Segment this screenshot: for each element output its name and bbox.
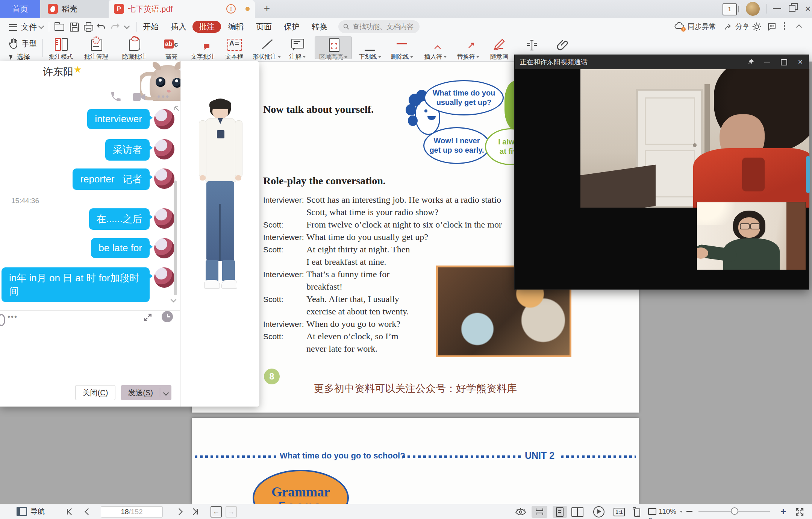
chat-message[interactable]: 采访者 bbox=[2, 139, 174, 161]
tab-home[interactable]: 首页 bbox=[0, 0, 40, 18]
scroll-top-arrow-icon[interactable] bbox=[174, 106, 180, 112]
redo-icon[interactable] bbox=[110, 22, 121, 33]
avatar[interactable] bbox=[154, 267, 174, 288]
comments-button[interactable] bbox=[767, 18, 777, 36]
open-file-icon[interactable] bbox=[54, 21, 64, 32]
previous-page-button[interactable] bbox=[86, 509, 91, 516]
hand-tool[interactable]: 手型 bbox=[8, 38, 37, 49]
ribbon-tool-text-box[interactable]: A 文本框 bbox=[221, 37, 247, 61]
clipped-input-tool-icon[interactable] bbox=[0, 314, 5, 326]
video-maximize-button[interactable] bbox=[776, 59, 792, 65]
fit-width-button[interactable]: ↔ bbox=[644, 506, 659, 518]
video-call-button[interactable] bbox=[132, 91, 146, 104]
chat-message[interactable]: be late for bbox=[2, 238, 174, 258]
undo-icon[interactable] bbox=[96, 22, 107, 33]
navigation-panel-toggle[interactable]: 导航 bbox=[17, 507, 45, 516]
fit-page-button[interactable] bbox=[629, 506, 644, 518]
anime-avatar-figure[interactable] bbox=[196, 99, 245, 293]
account-avatar[interactable] bbox=[746, 2, 760, 16]
ribbon-tool-strikethrough[interactable]: 删除线 bbox=[387, 37, 417, 61]
zoom-out-button[interactable] bbox=[686, 511, 692, 512]
document-warning-icon[interactable]: ! bbox=[226, 4, 236, 14]
tab-docer[interactable]: 稻壳 bbox=[40, 0, 109, 18]
document-vertical-scrollbar[interactable] bbox=[806, 156, 810, 193]
ribbon-tool-text-annotation[interactable]: 文字批注 bbox=[188, 37, 218, 61]
chat-message[interactable]: interviewer bbox=[2, 109, 174, 129]
continuous-scroll-mode-button[interactable] bbox=[532, 506, 547, 518]
ribbon-tool-shape-annotation[interactable]: 形状批注 bbox=[250, 37, 283, 61]
menu-item-protect[interactable]: 保护 bbox=[279, 21, 304, 33]
search-input[interactable]: 查找功能、文档内容 bbox=[338, 20, 420, 33]
dropdown-arrow-icon[interactable] bbox=[410, 56, 413, 58]
menu-item-insert[interactable]: 插入 bbox=[166, 21, 191, 33]
chat-more-button[interactable]: ••• bbox=[157, 91, 170, 102]
send-options-dropdown[interactable] bbox=[160, 391, 171, 395]
ribbon-tool-text-highlight[interactable]: ab c 高亮 bbox=[158, 37, 185, 61]
zoom-level-dropdown[interactable]: 110% bbox=[659, 507, 683, 516]
eye-protection-button[interactable] bbox=[513, 506, 529, 518]
zoom-in-button[interactable]: + bbox=[780, 507, 786, 516]
ribbon-tool-free-draw[interactable]: 随意画 bbox=[484, 37, 514, 61]
text-select-annotation-icon[interactable] bbox=[526, 39, 538, 53]
menu-item-annotate-active[interactable]: 批注 bbox=[192, 21, 221, 33]
dropdown-arrow-icon[interactable] bbox=[476, 56, 479, 58]
two-page-view-button[interactable] bbox=[570, 506, 585, 518]
ribbon-tool-note[interactable]: 注解 bbox=[284, 37, 311, 61]
last-page-button[interactable] bbox=[191, 509, 198, 514]
dropdown-arrow-icon[interactable] bbox=[444, 56, 447, 58]
local-video-pip[interactable] bbox=[697, 202, 806, 270]
ribbon-tool-hide-annotations[interactable]: 隐藏批注 bbox=[119, 37, 149, 61]
dropdown-arrow-icon[interactable] bbox=[344, 56, 347, 58]
expand-input-button[interactable] bbox=[143, 313, 153, 324]
zoom-slider-thumb[interactable] bbox=[731, 507, 738, 515]
menu-item-home[interactable]: 开始 bbox=[138, 21, 163, 33]
single-page-view-button[interactable] bbox=[553, 506, 567, 518]
chat-message[interactable]: reporter 记者 bbox=[2, 168, 174, 190]
dropdown-arrow-icon[interactable] bbox=[378, 56, 381, 58]
menu-item-page[interactable]: 页面 bbox=[251, 21, 276, 33]
first-page-button[interactable] bbox=[67, 509, 74, 514]
file-menu-chevron-icon[interactable] bbox=[38, 23, 44, 29]
window-list-button[interactable]: 1 bbox=[723, 3, 737, 15]
ribbon-tool-annotation-mode[interactable]: 批注模式 bbox=[46, 37, 76, 61]
video-minimize-button[interactable] bbox=[759, 62, 776, 62]
avatar[interactable] bbox=[154, 168, 174, 189]
avatar[interactable] bbox=[154, 109, 174, 129]
window-restore-button[interactable] bbox=[789, 5, 795, 12]
new-tab-button[interactable] bbox=[261, 3, 273, 14]
avatar[interactable] bbox=[154, 139, 174, 159]
avatar[interactable] bbox=[154, 238, 174, 258]
window-minimize-button[interactable] bbox=[773, 8, 781, 9]
video-pin-button[interactable] bbox=[742, 58, 759, 66]
actual-size-button[interactable]: 1:1 bbox=[611, 506, 627, 518]
save-icon[interactable] bbox=[69, 21, 79, 32]
select-tool[interactable]: 选择 bbox=[10, 52, 30, 61]
file-menu[interactable]: 文件 bbox=[21, 22, 37, 32]
history-back-button[interactable]: ← bbox=[211, 506, 222, 517]
settings-button[interactable] bbox=[752, 18, 762, 36]
main-menu-icon[interactable] bbox=[9, 24, 17, 31]
chat-close-conversation-button[interactable]: 关闭(C) bbox=[75, 385, 115, 400]
more-options-button[interactable] bbox=[783, 22, 786, 31]
menu-item-edit[interactable]: 编辑 bbox=[224, 21, 248, 33]
sync-status-button[interactable]: ! 同步异常 bbox=[674, 18, 716, 36]
next-page-button[interactable] bbox=[177, 509, 182, 516]
share-button[interactable]: 分享 bbox=[724, 18, 750, 36]
ribbon-tool-annotation-manager[interactable]: 批注管理 bbox=[81, 37, 111, 61]
window-close-button[interactable] bbox=[803, 3, 812, 14]
page-number-input[interactable]: 18/152 bbox=[101, 506, 163, 517]
message-history-button[interactable] bbox=[162, 311, 173, 322]
history-forward-button[interactable]: → bbox=[226, 506, 237, 517]
video-close-button[interactable]: × bbox=[792, 57, 809, 67]
dropdown-arrow-icon[interactable] bbox=[303, 56, 306, 58]
chat-scrollbar[interactable] bbox=[174, 181, 177, 295]
ribbon-tool-caret-insert[interactable]: 插入符 bbox=[420, 37, 450, 61]
dropdown-arrow-icon[interactable] bbox=[278, 56, 281, 58]
tab-document[interactable]: P 七下英语.pdf ! bbox=[109, 0, 255, 18]
slideshow-play-button[interactable] bbox=[591, 506, 607, 518]
chat-message[interactable]: 在......之后 bbox=[2, 208, 174, 230]
menu-item-convert[interactable]: 转换 bbox=[307, 21, 332, 33]
input-more-tools-button[interactable]: ••• bbox=[8, 313, 18, 321]
fullscreen-button[interactable] bbox=[792, 506, 807, 518]
ribbon-tool-area-highlight-selected[interactable]: 区域高亮 bbox=[315, 36, 352, 59]
